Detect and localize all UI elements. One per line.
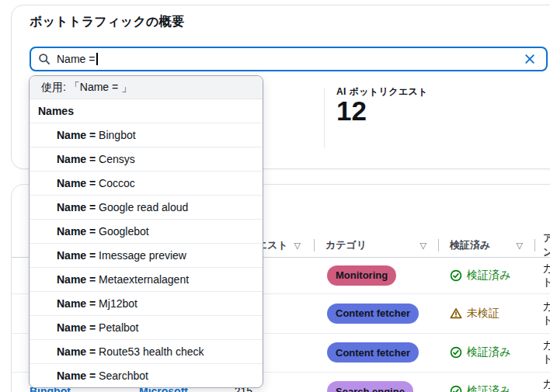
warning-triangle-icon (450, 307, 462, 320)
suggestion-item[interactable]: Name = Metaexternalagent (30, 267, 263, 291)
text-caret (96, 53, 98, 65)
category-badge: Search engine (327, 381, 413, 392)
header-divider (534, 239, 535, 252)
suggestion-item[interactable]: Name = Petalbot (30, 315, 263, 339)
column-header-action[interactable]: アクション (543, 234, 550, 257)
page-title: ボットトラフィックの概要 (30, 14, 184, 30)
category-badge: Monitoring (327, 265, 396, 286)
suggestion-item[interactable]: Name = Route53 health check (30, 339, 263, 363)
suggestion-item[interactable]: Name = Imessage preview (30, 243, 263, 267)
suggestion-group-label: Names (30, 99, 263, 123)
search-autocomplete-dropdown: 使用: 「Name = 」 Names Name = Bingbot Name … (29, 75, 263, 388)
verified-status: 検証済み (450, 345, 510, 359)
suggestion-item[interactable]: Name = Googlebot (30, 219, 263, 243)
verified-status: 未検証 (450, 307, 500, 321)
suggestion-item[interactable]: Name = Coccoc (30, 171, 263, 195)
category-badge: Content fetcher (327, 342, 419, 363)
action-value: カウント (542, 293, 550, 333)
use-freetext-option[interactable]: 使用: 「Name = 」 (30, 76, 263, 99)
suggestion-item[interactable]: Name = Mj12bot (30, 291, 263, 315)
clear-search-button[interactable] (522, 51, 538, 67)
check-circle-icon (450, 269, 462, 282)
suggestion-item[interactable]: Name = Bingbot (30, 123, 263, 147)
action-value: カウント (542, 372, 550, 392)
verified-status: 検証済み (450, 269, 510, 283)
sort-icon[interactable]: ▽ (517, 241, 523, 251)
suggestion-item[interactable]: Name = Censys (30, 147, 263, 171)
column-header-category[interactable]: カテゴリ ▽ (325, 234, 426, 257)
header-divider (314, 239, 315, 252)
action-value: カウント (542, 333, 550, 372)
search-value: Name = (57, 53, 95, 65)
ai-bot-requests-value: 12 (336, 96, 367, 127)
sort-icon[interactable]: ▽ (420, 241, 426, 251)
action-value: カウント (542, 257, 550, 293)
column-header-verified[interactable]: 検証済み ▽ (450, 234, 523, 257)
check-circle-icon (450, 346, 462, 359)
suggestion-item[interactable]: Name = Searchbot (30, 363, 263, 387)
category-badge: Content fetcher (327, 304, 419, 324)
search-icon (38, 53, 50, 65)
search-input[interactable]: Name = (30, 47, 548, 71)
suggestion-item[interactable]: Name = Google read aloud (30, 195, 263, 219)
check-circle-icon (450, 385, 462, 392)
metric-divider (324, 88, 325, 148)
sort-icon[interactable]: ▽ (294, 241, 301, 251)
header-divider (438, 239, 439, 252)
verified-status: 検証済み (450, 384, 510, 392)
